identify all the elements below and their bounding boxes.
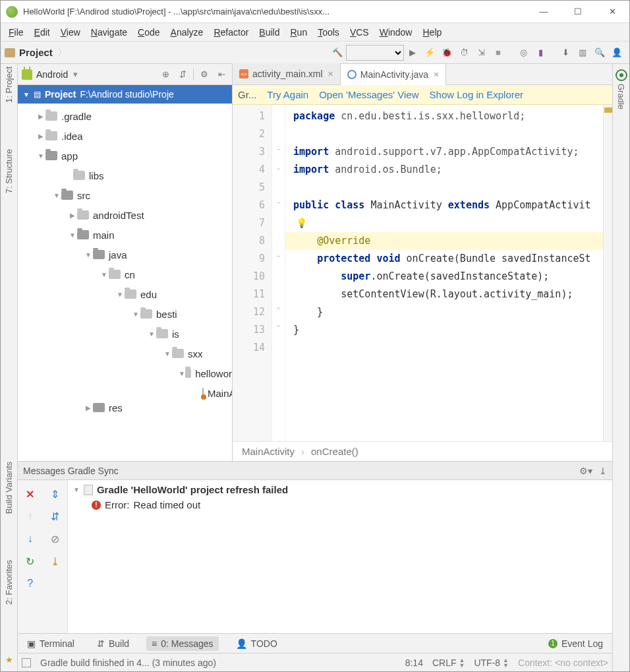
tree-item[interactable]: ▼src [18, 185, 232, 205]
tree-item[interactable]: ▶res [18, 403, 232, 412]
sync-button[interactable]: ⬇ [557, 44, 574, 61]
error-stripe[interactable] [603, 105, 612, 441]
fold-gutter[interactable]: −⌄−−⌃⌃ [272, 105, 285, 441]
close-tab-icon[interactable]: × [434, 69, 439, 80]
project-structure-button[interactable]: ▥ [574, 44, 591, 61]
tree-item[interactable]: ▼sxx [18, 344, 232, 363]
project-tool-tab[interactable]: 1: Project [4, 67, 14, 103]
breadcrumb[interactable]: Project 〉 [5, 47, 67, 59]
export-icon[interactable]: ⤓ [599, 466, 607, 476]
caret-position[interactable]: 8:14 [405, 657, 423, 668]
menu-refactor[interactable]: Refactor [210, 26, 252, 39]
tree-item[interactable]: ▼java [18, 245, 232, 264]
messages-content[interactable]: ▼ Gradle 'HelloWorld' project refresh fa… [68, 480, 612, 633]
search-everywhere-button[interactable]: 🔍 [591, 44, 608, 61]
chevron-down-icon[interactable]: ▼ [73, 486, 80, 493]
tree-item[interactable]: ▼app [18, 146, 232, 166]
menu-analyze[interactable]: Analyze [167, 26, 208, 39]
tree-item[interactable]: ▼edu [18, 284, 232, 304]
warning-mark[interactable] [604, 107, 612, 113]
structure-tool-tab[interactable]: 7: Structure [4, 149, 14, 193]
tree-item[interactable]: ▼main [18, 225, 232, 245]
tree-item[interactable]: ▼cn [18, 264, 232, 284]
editor-tab[interactable]: MainActivity.java× [341, 64, 446, 85]
editor-tab[interactable]: <>activity_main.xml× [233, 63, 341, 84]
menu-view[interactable]: View [57, 26, 84, 39]
tree-item[interactable]: ▶.idea [18, 126, 232, 146]
context-selector[interactable]: Context: <no context> [518, 657, 608, 668]
expand-icon[interactable]: ⇕ [43, 483, 68, 505]
line-separator[interactable]: CRLF▲▼ [432, 657, 465, 668]
down-icon[interactable]: ↓ [18, 528, 43, 550]
folder-icon [5, 48, 15, 57]
collapse-icon[interactable]: ⇵ [43, 505, 68, 528]
code-editor[interactable]: 1234567891011121314 −⌄−−⌃⌃ package cn.ed… [233, 105, 612, 441]
favorites-tab[interactable]: 2: Favorites [4, 560, 14, 605]
event-log-tab[interactable]: 1 Event Log [543, 636, 608, 651]
build-button[interactable]: 🔨 [329, 44, 346, 61]
menu-vcs[interactable]: VCS [346, 26, 373, 39]
gradle-tool-tab[interactable]: Gradle [616, 84, 626, 109]
status-icon[interactable] [22, 658, 31, 667]
try-again-link[interactable]: Try Again [267, 89, 308, 100]
tree-item[interactable]: ▶.gradle [18, 106, 232, 126]
menu-build[interactable]: Build [255, 26, 283, 39]
help-icon[interactable]: ? [18, 572, 43, 595]
maximize-button[interactable]: ☐ [570, 4, 586, 20]
menu-help[interactable]: Help [418, 26, 445, 39]
folder-icon [93, 250, 105, 259]
gear-icon[interactable]: ⚙▾ [579, 466, 592, 476]
avd-manager-button[interactable]: ◎ [515, 44, 532, 61]
gear-icon[interactable]: ⚙ [198, 69, 211, 79]
stop-icon[interactable]: ⊘ [43, 528, 68, 550]
target-icon[interactable]: ⊕ [159, 69, 172, 79]
run-button[interactable]: ▶ [404, 44, 421, 61]
project-view-name[interactable]: Android [36, 69, 68, 80]
dropdown-icon[interactable]: ▾ [73, 69, 78, 79]
tree-item[interactable]: ▼hellowor [18, 363, 232, 383]
tree-item[interactable]: libs [18, 166, 232, 185]
up-icon[interactable]: ↑ [18, 505, 43, 528]
close-icon[interactable]: ✕ [18, 483, 43, 505]
encoding[interactable]: UTF-8▲▼ [474, 657, 509, 668]
code-content[interactable]: package cn.edu.besti.is.sxx.helloworld;i… [285, 105, 612, 441]
bottom-tab-todo[interactable]: 👤TODO [231, 636, 283, 651]
profile-button[interactable]: ⏱ [455, 44, 472, 61]
star-icon: ★ [5, 655, 13, 665]
tree-item[interactable]: ▼besti [18, 304, 232, 324]
collapse-icon[interactable]: ⇵ [176, 69, 189, 79]
close-tab-icon[interactable]: × [328, 69, 333, 79]
run-config-select[interactable] [346, 45, 404, 61]
rerun-icon[interactable]: ↻ [18, 550, 43, 572]
tree-item[interactable]: ▶androidTest [18, 205, 232, 225]
debug-button[interactable]: 🐞 [438, 44, 455, 61]
stop-button[interactable]: ■ [490, 44, 507, 61]
folder-icon [77, 230, 89, 239]
menu-run[interactable]: Run [286, 26, 311, 39]
editor-breadcrumbs[interactable]: MainActivity › onCreate() [233, 441, 612, 461]
sdk-manager-button[interactable]: ▮ [532, 44, 549, 61]
apply-changes-button[interactable]: ⚡ [421, 44, 438, 61]
tree-item[interactable]: ▼is [18, 324, 232, 344]
menu-tools[interactable]: Tools [314, 26, 343, 39]
minimize-button[interactable]: — [536, 4, 552, 20]
menu-navigate[interactable]: Navigate [87, 26, 131, 39]
project-root-row[interactable]: ▼ ▤ Project F:\Andirod studio\Proje [18, 85, 232, 104]
hide-icon[interactable]: ⇤ [215, 69, 228, 79]
download-icon[interactable]: ⤓ [43, 550, 68, 572]
open-messages-link[interactable]: Open 'Messages' View [319, 89, 418, 100]
attach-debugger-button[interactable]: ⇲ [472, 44, 490, 61]
bottom-tab-terminal[interactable]: ▣Terminal [22, 636, 80, 651]
menu-edit[interactable]: Edit [30, 26, 54, 39]
error-icon: ! [92, 501, 101, 510]
project-tree[interactable]: ▶.gradle▶.idea▼applibs▼src▶androidTest▼m… [18, 104, 232, 461]
build-variants-tab[interactable]: Build Variants [4, 462, 14, 514]
menu-file[interactable]: File [5, 26, 28, 39]
bottom-tab-0-messages[interactable]: ≡0: Messages [146, 636, 219, 651]
menu-code[interactable]: Code [134, 26, 163, 39]
bottom-tab-build[interactable]: ⇵Build [92, 636, 134, 651]
show-log-link[interactable]: Show Log in Explorer [430, 89, 524, 100]
menu-window[interactable]: Window [376, 26, 416, 39]
close-button[interactable]: ✕ [604, 4, 620, 20]
tree-item[interactable]: MainA [18, 383, 232, 403]
